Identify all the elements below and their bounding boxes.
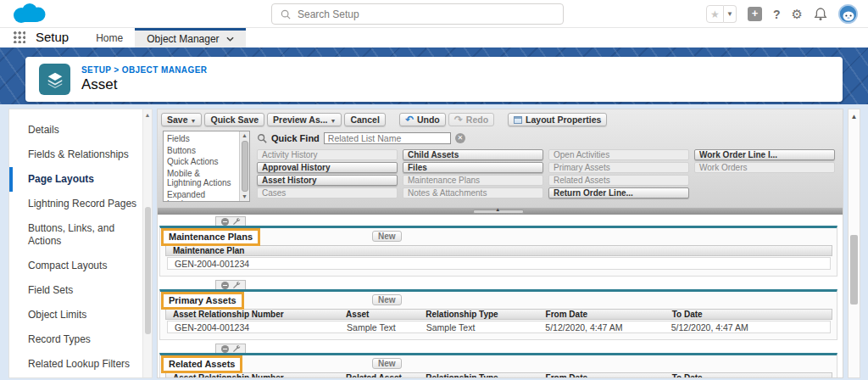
column-header: From Date <box>539 373 665 377</box>
palette-item-column: Child AssetsFilesMaintenance PlansNotes … <box>403 149 543 198</box>
palette-category[interactable]: Fields <box>164 133 237 145</box>
help-icon[interactable]: ? <box>773 8 781 21</box>
palette-item[interactable]: Return Order Line... <box>548 187 689 198</box>
main-scrollbar[interactable]: ▲ <box>848 109 860 378</box>
quick-save-button[interactable]: Quick Save <box>204 113 264 126</box>
section-card: Maintenance Plans New Maintenance Plan G… <box>159 226 837 277</box>
tab-home[interactable]: Home <box>84 28 135 48</box>
object-manager-sidebar: DetailsFields & RelationshipsPage Layout… <box>8 109 153 378</box>
splitter-collapse-icon[interactable]: ▲ <box>495 207 500 212</box>
banner-text: SETUP > OBJECT MANAGER Asset <box>81 65 207 93</box>
palette-item[interactable]: Cases <box>257 187 398 198</box>
remove-section-icon[interactable] <box>221 345 229 353</box>
save-label: Save <box>167 115 188 125</box>
sidebar-item[interactable]: Fields & Relationships <box>9 142 143 167</box>
section-label-row: Related Assets New <box>160 355 837 372</box>
scrollbar-thumb[interactable] <box>242 141 248 192</box>
section-card: Related Assets New Asset Relationship Nu… <box>159 353 837 377</box>
table-row: GEN-2004-001234Sample TextSample Text5/1… <box>167 321 831 333</box>
scroll-up-icon[interactable]: ▲ <box>849 109 860 120</box>
palette-category[interactable]: Mobile & Lightning Actions <box>164 168 237 189</box>
palette-item-column: Open ActivitiesPrimary AssetsRelated Ass… <box>548 149 689 198</box>
sidebar-item[interactable]: Lightning Record Pages <box>9 192 143 216</box>
section-card: Primary Assets New Asset Relationship Nu… <box>159 289 837 340</box>
palette-category[interactable]: Expanded Lookups <box>164 189 237 203</box>
scroll-down-icon[interactable]: ▼ <box>240 193 249 201</box>
remove-section-icon[interactable] <box>221 282 229 289</box>
palette-item[interactable]: Primary Assets <box>548 162 689 173</box>
salesforce-logo[interactable] <box>10 3 49 29</box>
page-title: Asset <box>81 76 207 93</box>
sidebar-item[interactable]: Compact Layouts <box>9 254 143 278</box>
sidebar-scrollbar[interactable]: ▲ <box>142 109 152 377</box>
quick-find-row: Quick Find ✕ <box>257 131 837 145</box>
header-actions: ★ ▼ + ? ⚙ <box>706 3 858 25</box>
palette-item[interactable]: Activity History <box>257 149 398 160</box>
new-button[interactable]: New <box>372 358 402 369</box>
scroll-up-icon[interactable]: ▲ <box>143 109 152 118</box>
palette-item[interactable]: Files <box>403 162 543 173</box>
setup-nav-bar: Setup Home Object Manager <box>0 28 868 48</box>
user-avatar[interactable] <box>838 4 858 24</box>
global-search[interactable] <box>271 3 564 25</box>
layout-properties-button[interactable]: Layout Properties <box>508 113 607 126</box>
palette-category[interactable]: Quick Actions <box>164 156 237 168</box>
editor-toolbar: Save▼ Quick Save Preview As...▼ Cancel ↶… <box>161 112 839 127</box>
remove-section-icon[interactable] <box>221 218 229 226</box>
palette-category[interactable]: Buttons <box>164 145 237 157</box>
preview-as-button[interactable]: Preview As...▼ <box>267 113 342 126</box>
sidebar-item-label: Details <box>28 124 59 136</box>
search-input[interactable] <box>298 8 526 20</box>
category-list: FieldsButtonsQuick ActionsMobile & Light… <box>164 133 237 202</box>
palette-item[interactable]: Open Activities <box>548 149 689 160</box>
new-button[interactable]: New <box>372 294 402 305</box>
palette-item-column: Activity HistoryApproval HistoryAsset Hi… <box>257 149 398 198</box>
palette-item[interactable]: Notes & Attachments <box>403 187 543 198</box>
sidebar-item[interactable]: Related Lookup Filters <box>9 352 143 377</box>
column-header: Maintenance Plan <box>166 246 832 255</box>
palette-splitter[interactable]: ▲ <box>158 207 843 215</box>
cancel-button[interactable]: Cancel <box>344 113 385 126</box>
notification-bell-icon[interactable] <box>814 7 827 21</box>
palette-item[interactable]: Related Assets <box>548 175 689 186</box>
add-icon[interactable]: + <box>748 7 762 21</box>
wrench-icon[interactable] <box>232 344 241 353</box>
scrollbar-thumb[interactable] <box>850 235 858 305</box>
wrench-icon[interactable] <box>232 217 241 226</box>
save-button[interactable]: Save▼ <box>161 113 202 126</box>
palette-item[interactable]: Work Order Line I... <box>694 149 835 160</box>
wrench-icon[interactable] <box>232 281 241 289</box>
new-button[interactable]: New <box>372 231 402 242</box>
sidebar-item-label: Page Layouts <box>28 173 94 185</box>
palette-item[interactable]: Child Assets <box>403 149 543 160</box>
palette-scrollbar[interactable]: ▲ ▼ <box>239 131 249 201</box>
redo-button[interactable]: ↷Redo <box>448 113 494 126</box>
sidebar-item[interactable]: Page Layouts <box>9 167 143 192</box>
setup-gear-icon[interactable]: ⚙ <box>792 8 803 20</box>
tab-object-manager[interactable]: Object Manager <box>135 28 245 48</box>
sidebar-item[interactable]: Details <box>9 118 143 142</box>
sidebar-item[interactable]: Search Layouts <box>9 377 143 380</box>
table-header-row: Maintenance Plan <box>165 245 832 256</box>
breadcrumb[interactable]: SETUP > OBJECT MANAGER <box>81 65 207 75</box>
palette-item[interactable]: Maintenance Plans <box>403 175 543 186</box>
sidebar-item[interactable]: Record Types <box>9 327 143 352</box>
palette-item[interactable]: Asset History <box>257 175 398 186</box>
favorites-star-icon[interactable]: ★ <box>706 5 724 23</box>
sidebar-item-label: Related Lookup Filters <box>28 358 130 370</box>
sidebar-item[interactable]: Object Limits <box>9 303 143 327</box>
favorites-caret-icon[interactable]: ▼ <box>724 5 737 23</box>
app-launcher-icon[interactable] <box>14 31 25 43</box>
sidebar-item[interactable]: Field Sets <box>9 278 143 303</box>
palette-item[interactable]: Work Orders <box>694 162 835 173</box>
sidebar-item[interactable]: Buttons, Links, and Actions <box>9 216 143 254</box>
sidebar-item-label: Lightning Record Pages <box>28 198 136 210</box>
scroll-up-icon[interactable]: ▲ <box>240 131 249 140</box>
preview-as-label: Preview As... <box>273 115 327 125</box>
palette-item[interactable]: Approval History <box>257 162 398 173</box>
scrollbar-thumb[interactable] <box>145 207 151 334</box>
tab-object-manager-label: Object Manager <box>147 33 219 45</box>
undo-button[interactable]: ↶Undo <box>399 113 446 126</box>
quick-find-input[interactable] <box>324 132 451 144</box>
clear-icon[interactable]: ✕ <box>455 133 465 143</box>
